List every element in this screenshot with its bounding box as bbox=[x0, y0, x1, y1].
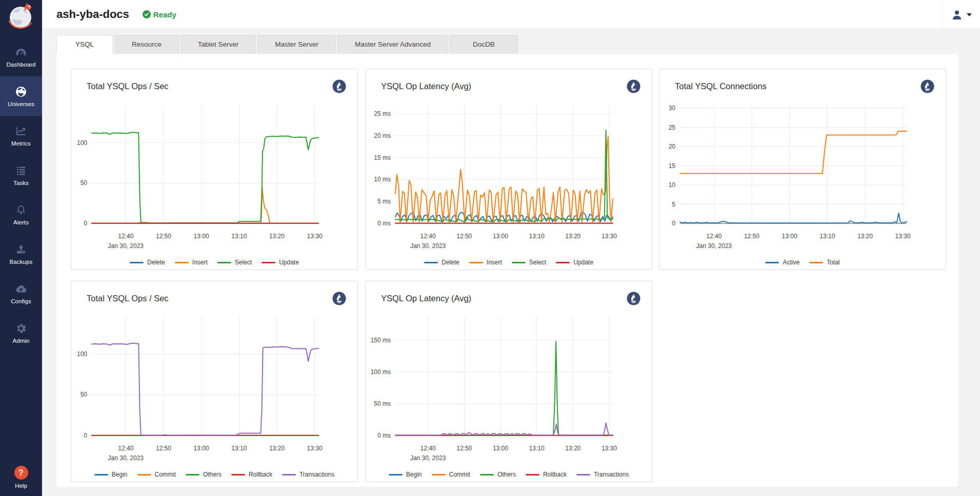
legend-item[interactable]: Commit bbox=[432, 471, 470, 478]
legend-label: Insert bbox=[487, 259, 502, 266]
chart-title: YSQL Op Latency (Avg) bbox=[381, 81, 471, 91]
legend-label: Delete bbox=[147, 259, 165, 266]
tab-tablet-server[interactable]: Tablet Server bbox=[181, 35, 256, 54]
legend-item[interactable]: Active bbox=[765, 259, 799, 266]
person-icon bbox=[951, 9, 963, 21]
legend-item[interactable]: Select bbox=[512, 259, 546, 266]
legend-item[interactable]: Others bbox=[480, 471, 516, 478]
legend-item[interactable]: Others bbox=[186, 471, 222, 478]
chart-plot: 0 ms50 ms100 ms150 ms12:4012:5013:0013:1… bbox=[366, 281, 653, 483]
chart-legend[interactable]: DeleteInsertSelectUpdate bbox=[366, 259, 652, 266]
legend-item[interactable]: Delete bbox=[424, 259, 459, 266]
chart-legend[interactable]: DeleteInsertSelectUpdate bbox=[71, 259, 357, 266]
tab-docdb[interactable]: DocDB bbox=[450, 35, 518, 54]
svg-text:25 ms: 25 ms bbox=[374, 110, 391, 117]
legend-swatch bbox=[94, 474, 108, 476]
legend-swatch bbox=[526, 474, 539, 476]
chart-plot: 05101520253012:4012:5013:0013:1013:2013:… bbox=[659, 69, 947, 271]
status-text: Ready bbox=[153, 10, 176, 19]
chart-panel-total-ysql-connections: 05101520253012:4012:5013:0013:1013:2013:… bbox=[659, 69, 946, 270]
prometheus-icon[interactable] bbox=[921, 79, 934, 93]
prometheus-icon[interactable] bbox=[332, 79, 346, 93]
chevron-down-icon bbox=[967, 13, 972, 16]
svg-text:5 ms: 5 ms bbox=[377, 198, 391, 205]
sidebar-item-universes[interactable]: Universes bbox=[0, 76, 42, 116]
chart-legend[interactable]: BeginCommitOthersRollbackTransactions bbox=[71, 471, 357, 478]
yugabyte-logo[interactable] bbox=[0, 0, 42, 33]
legend-item[interactable]: Begin bbox=[94, 471, 128, 478]
legend-item[interactable]: Transactions bbox=[576, 471, 629, 478]
legend-item[interactable]: Select bbox=[217, 259, 252, 266]
chart-panel-total-ysql-ops-sec: 05010012:4012:5013:0013:1013:2013:30Jan … bbox=[71, 69, 358, 270]
tab-master-server[interactable]: Master Server bbox=[257, 35, 336, 54]
tab-master-server-advanced[interactable]: Master Server Advanced bbox=[337, 35, 448, 54]
chart-line-icon bbox=[15, 125, 27, 137]
svg-text:15: 15 bbox=[669, 162, 676, 170]
planet-rocket-logo-icon bbox=[6, 2, 36, 31]
legend-label: Rollback bbox=[249, 471, 272, 478]
sidebar-item-alerts[interactable]: Alerts bbox=[0, 195, 42, 234]
legend-label: Others bbox=[497, 471, 516, 478]
sidebar-item-configs[interactable]: Configs bbox=[0, 274, 42, 313]
legend-swatch bbox=[469, 262, 483, 263]
svg-text:12:40: 12:40 bbox=[706, 233, 722, 240]
legend-swatch bbox=[137, 474, 151, 476]
svg-text:12:50: 12:50 bbox=[744, 233, 759, 240]
sidebar-item-tasks[interactable]: Tasks bbox=[0, 155, 42, 195]
globe-icon bbox=[15, 86, 27, 98]
svg-text:13:10: 13:10 bbox=[231, 445, 247, 452]
svg-text:5: 5 bbox=[672, 201, 675, 208]
prometheus-icon[interactable] bbox=[627, 79, 641, 93]
tab-resource[interactable]: Resource bbox=[114, 35, 179, 54]
legend-item[interactable]: Delete bbox=[130, 259, 165, 266]
svg-text:13:30: 13:30 bbox=[307, 233, 323, 240]
legend-swatch bbox=[424, 262, 438, 263]
legend-label: Begin bbox=[112, 471, 128, 478]
sidebar-item-admin[interactable]: Admin bbox=[0, 313, 42, 353]
svg-text:100 ms: 100 ms bbox=[371, 368, 391, 376]
sidebar-item-label: Dashboard bbox=[6, 61, 35, 68]
user-menu[interactable] bbox=[942, 0, 980, 29]
prometheus-icon[interactable] bbox=[627, 292, 641, 305]
svg-text:15 ms: 15 ms bbox=[374, 154, 391, 161]
chart-legend[interactable]: BeginCommitOthersRollbackTransactions bbox=[366, 471, 652, 478]
chart-title: YSQL Op Latency (Avg) bbox=[381, 294, 471, 303]
svg-text:13:00: 13:00 bbox=[493, 233, 508, 240]
task-list-icon bbox=[15, 164, 27, 177]
legend-item[interactable]: Rollback bbox=[526, 471, 567, 478]
svg-text:12:50: 12:50 bbox=[456, 445, 472, 452]
legend-label: Others bbox=[203, 471, 222, 478]
sidebar-item-label: Alerts bbox=[13, 219, 29, 225]
legend-item[interactable]: Begin bbox=[389, 471, 422, 478]
legend-item[interactable]: Total bbox=[809, 259, 839, 266]
legend-item[interactable]: Transactions bbox=[282, 471, 334, 478]
sidebar-item-dashboard[interactable]: Dashboard bbox=[0, 37, 42, 76]
legend-swatch bbox=[809, 262, 823, 263]
chart-legend[interactable]: ActiveTotal bbox=[659, 259, 946, 266]
svg-text:150 ms: 150 ms bbox=[371, 337, 391, 344]
tab-ysql[interactable]: YSQL bbox=[56, 35, 113, 54]
svg-text:25: 25 bbox=[669, 124, 676, 131]
legend-label: Active bbox=[783, 259, 799, 266]
svg-text:13:10: 13:10 bbox=[529, 445, 545, 452]
legend-item[interactable]: Rollback bbox=[231, 471, 272, 478]
sidebar-nav: Dashboard Universes Metrics Tasks Alerts bbox=[0, 33, 42, 353]
metrics-tabbar: YSQL Resource Tablet Server Master Serve… bbox=[56, 35, 519, 54]
svg-text:10: 10 bbox=[669, 181, 676, 189]
svg-text:13:10: 13:10 bbox=[231, 233, 247, 240]
legend-item[interactable]: Update bbox=[556, 259, 593, 266]
legend-item[interactable]: Commit bbox=[137, 471, 176, 478]
chart-title: Total YSQL Ops / Sec bbox=[87, 81, 169, 91]
sidebar-item-label: Universes bbox=[8, 101, 34, 107]
sidebar-item-help[interactable]: ? Help bbox=[0, 466, 42, 489]
legend-item[interactable]: Insert bbox=[469, 259, 502, 266]
sidebar-item-metrics[interactable]: Metrics bbox=[0, 116, 42, 155]
legend-item[interactable]: Insert bbox=[175, 259, 208, 266]
legend-swatch bbox=[186, 474, 199, 476]
chart-panel-ysql-transaction-latency: 0 ms50 ms100 ms150 ms12:4012:5013:0013:1… bbox=[365, 281, 652, 482]
sidebar-item-backups[interactable]: Backups bbox=[0, 234, 42, 274]
legend-label: Transactions bbox=[594, 471, 629, 478]
svg-text:12:40: 12:40 bbox=[421, 233, 436, 240]
legend-item[interactable]: Update bbox=[262, 259, 299, 266]
prometheus-icon[interactable] bbox=[332, 292, 346, 305]
